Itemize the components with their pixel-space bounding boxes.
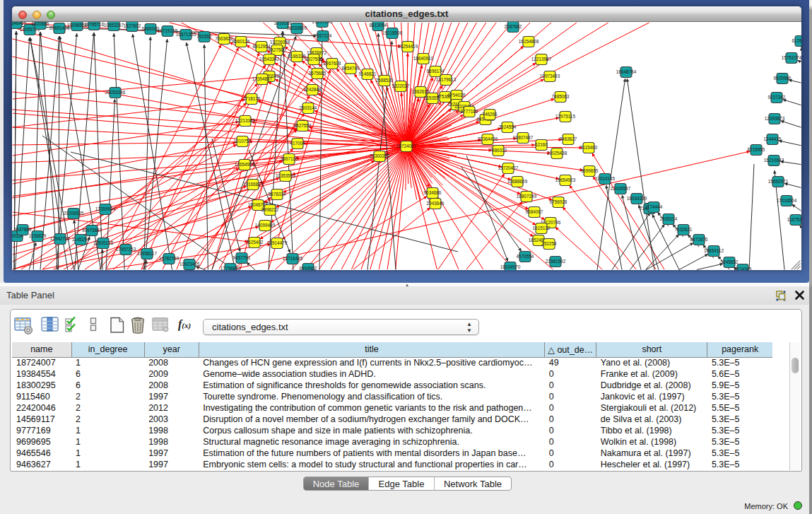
svg-text:6794028: 6794028	[448, 93, 466, 98]
svg-text:11353594: 11353594	[276, 173, 295, 178]
svg-text:10025438: 10025438	[547, 151, 567, 156]
svg-text:9115460: 9115460	[580, 145, 598, 150]
svg-text:1527602: 1527602	[124, 23, 141, 28]
svg-text:6128434: 6128434	[792, 38, 801, 43]
svg-text:9327508: 9327508	[305, 57, 323, 62]
svg-text:8427552: 8427552	[294, 123, 312, 128]
svg-text:746266: 746266	[482, 112, 498, 117]
svg-text:13226058: 13226058	[270, 40, 290, 45]
svg-text:9084067: 9084067	[526, 209, 543, 214]
svg-text:20053346: 20053346	[105, 90, 126, 95]
svg-text:9699695: 9699695	[581, 168, 599, 173]
svg-text:12975115: 12975115	[555, 114, 575, 119]
svg-text:9245652: 9245652	[721, 259, 739, 264]
svg-text:15692971: 15692971	[768, 179, 789, 184]
svg-text:8215955: 8215955	[748, 147, 765, 152]
svg-text:2718176: 2718176	[243, 96, 261, 101]
svg-text:18795716: 18795716	[84, 22, 105, 27]
svg-text:16914479: 16914479	[267, 240, 288, 245]
svg-text:417004: 417004	[290, 141, 305, 146]
svg-text:18724007: 18724007	[396, 144, 417, 148]
svg-text:7986322: 7986322	[490, 148, 507, 153]
svg-text:10543342: 10543342	[259, 57, 280, 62]
svg-text:2803144: 2803144	[300, 105, 317, 110]
svg-text:9777169: 9777169	[461, 109, 478, 114]
svg-text:18034339: 18034339	[627, 196, 647, 201]
svg-text:8454749: 8454749	[342, 66, 360, 71]
svg-text:1615132: 1615132	[533, 226, 551, 230]
svg-text:2935114: 2935114	[660, 216, 678, 221]
svg-text:3498222: 3498222	[261, 207, 279, 212]
svg-text:12942737: 12942737	[50, 236, 71, 241]
svg-text:16033809: 16033809	[287, 25, 307, 30]
svg-text:15720407: 15720407	[498, 165, 519, 170]
svg-text:7625402: 7625402	[246, 240, 264, 245]
svg-text:1167533: 1167533	[787, 217, 801, 222]
svg-text:22439587: 22439587	[611, 186, 631, 191]
svg-text:6994562: 6994562	[300, 266, 317, 270]
svg-text:17957253: 17957253	[116, 247, 136, 252]
svg-text:17016504: 17016504	[777, 198, 797, 203]
svg-text:19654923: 19654923	[555, 177, 576, 182]
svg-text:9827500: 9827500	[269, 47, 286, 52]
svg-text:25300285: 25300285	[370, 153, 390, 158]
svg-text:2943646: 2943646	[427, 201, 445, 206]
svg-text:5322037: 5322037	[392, 83, 410, 88]
svg-text:1010755: 1010755	[234, 139, 252, 144]
svg-text:16648784: 16648784	[616, 69, 637, 74]
svg-text:21097245: 21097245	[312, 22, 333, 24]
svg-text:20364436: 20364436	[478, 136, 498, 141]
svg-text:7485063: 7485063	[552, 94, 570, 99]
svg-text:62160: 62160	[535, 142, 548, 147]
svg-text:17394887: 17394887	[252, 76, 273, 81]
svg-text:2967608: 2967608	[324, 61, 341, 66]
svg-text:7663822: 7663822	[216, 36, 233, 41]
svg-text:7632621: 7632621	[675, 227, 693, 232]
svg-text:1156829: 1156829	[29, 233, 47, 238]
svg-text:2087682: 2087682	[505, 24, 522, 29]
svg-text:2588520: 2588520	[376, 78, 394, 83]
svg-text:252254: 252254	[541, 241, 557, 246]
svg-text:90975887: 90975887	[82, 228, 102, 233]
svg-text:12213389: 12213389	[235, 118, 256, 123]
svg-text:8186328: 8186328	[288, 54, 306, 59]
svg-text:20206535: 20206535	[64, 211, 84, 216]
svg-text:10807487: 10807487	[513, 135, 534, 140]
svg-text:17654908: 17654908	[235, 162, 255, 167]
svg-text:9756928: 9756928	[550, 199, 567, 204]
svg-text:8878334: 8878334	[269, 192, 286, 197]
svg-text:3624554: 3624554	[499, 124, 517, 129]
svg-text:10958117: 10958117	[137, 251, 157, 256]
svg-text:9837869: 9837869	[14, 227, 32, 232]
svg-text:1362615: 1362615	[412, 89, 430, 94]
svg-text:751552: 751552	[196, 34, 212, 39]
svg-text:8471676: 8471676	[690, 237, 708, 242]
svg-text:10688609: 10688609	[507, 179, 528, 184]
svg-text:1174444: 1174444	[645, 204, 663, 209]
svg-text:18640910: 18640910	[413, 56, 434, 61]
svg-text:10973493: 10973493	[540, 74, 560, 78]
svg-text:13179613: 13179613	[436, 77, 457, 82]
svg-text:6420686: 6420686	[32, 22, 49, 26]
svg-text:10719155: 10719155	[158, 28, 178, 33]
svg-text:9034686: 9034686	[424, 190, 442, 195]
svg-text:16154808: 16154808	[519, 39, 539, 44]
svg-text:19166827: 19166827	[243, 182, 264, 187]
svg-text:8660124: 8660124	[233, 39, 250, 44]
svg-text:9227342: 9227342	[768, 95, 786, 100]
svg-text:16782759: 16782759	[159, 256, 180, 261]
svg-text:9463627: 9463627	[560, 136, 577, 141]
svg-text:1145194: 1145194	[72, 237, 90, 242]
svg-text:18807249: 18807249	[517, 194, 537, 199]
svg-text:12213987: 12213987	[531, 57, 552, 62]
svg-text:19218506: 19218506	[382, 30, 403, 35]
svg-text:13254419: 13254419	[398, 44, 418, 49]
svg-text:3675685: 3675685	[309, 71, 326, 76]
svg-text:3867110: 3867110	[281, 156, 298, 161]
svg-text:9146821: 9146821	[359, 71, 377, 76]
svg-text:9929966: 9929966	[774, 76, 792, 81]
svg-text:10653267: 10653267	[104, 23, 124, 28]
svg-text:8813054: 8813054	[370, 23, 387, 28]
svg-text:17796882: 17796882	[220, 266, 241, 270]
svg-text:18034970: 18034970	[500, 264, 521, 269]
